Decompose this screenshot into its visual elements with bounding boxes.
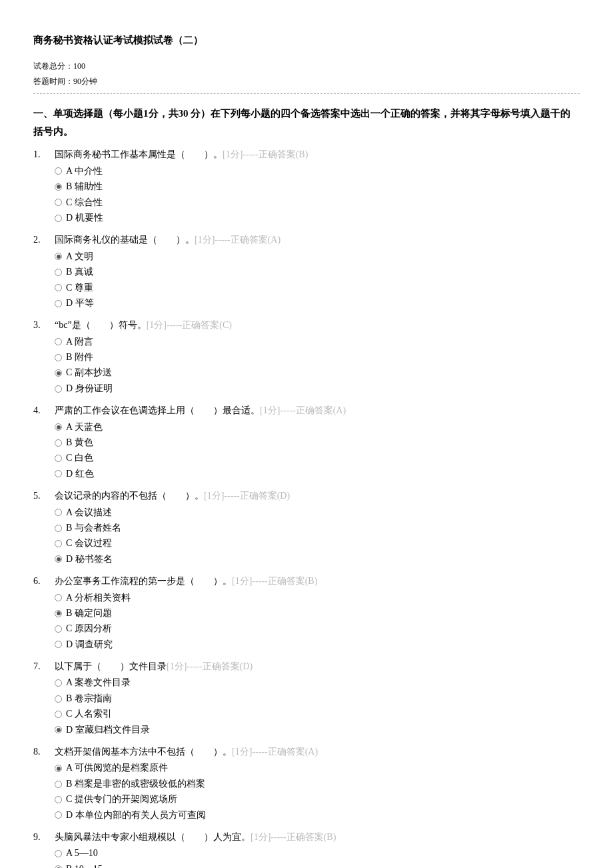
option[interactable]: C 尊重 — [55, 281, 580, 295]
question-stem: 严肃的工作会议在色调选择上用（ ）最合适。[1分]-----正确答案(A) — [55, 403, 580, 418]
option-label: D 平等 — [66, 296, 94, 311]
question-body: 国际商务礼仪的基础是（ ）。[1分]-----正确答案(A)A 文明B 真诚C … — [55, 233, 580, 311]
radio-icon[interactable] — [55, 199, 62, 206]
radio-icon[interactable] — [55, 625, 62, 633]
radio-icon[interactable] — [55, 726, 62, 733]
option[interactable]: C 综合性 — [55, 195, 580, 210]
question: 4.严肃的工作会议在色调选择上用（ ）最合适。[1分]-----正确答案(A)A… — [33, 403, 580, 482]
question-number: 9. — [33, 830, 55, 868]
option-label: B 辅助性 — [66, 179, 103, 194]
radio-icon[interactable] — [55, 781, 62, 788]
option[interactable]: A 5—10 — [55, 846, 580, 861]
radio-icon[interactable] — [55, 183, 62, 191]
radio-icon[interactable] — [55, 525, 62, 532]
radio-icon[interactable] — [55, 711, 62, 718]
radio-icon[interactable] — [55, 455, 62, 462]
option-label: B 与会者姓名 — [66, 521, 121, 535]
option-label: B 确定问题 — [66, 606, 112, 621]
radio-icon[interactable] — [55, 695, 62, 703]
radio-icon[interactable] — [55, 765, 62, 772]
radio-icon[interactable] — [55, 284, 62, 291]
option-label: A 文明 — [66, 249, 93, 264]
option[interactable]: C 白色 — [55, 451, 580, 465]
option-label: C 会议过程 — [66, 536, 112, 551]
option[interactable]: B 与会者姓名 — [55, 521, 580, 535]
radio-icon[interactable] — [55, 253, 62, 260]
radio-icon[interactable] — [55, 509, 62, 516]
question-body: 办公室事务工作流程的第一步是（ ）。[1分]-----正确答案(B)A 分析相关… — [55, 574, 580, 653]
option[interactable]: C 提供专门的开架阅览场所 — [55, 792, 580, 807]
question-body: 以下属于（ ）文件目录[1分]-----正确答案(D)A 案卷文件目录B 卷宗指… — [55, 659, 580, 738]
radio-icon[interactable] — [55, 811, 62, 819]
radio-icon[interactable] — [55, 796, 62, 803]
question-body: 严肃的工作会议在色调选择上用（ ）最合适。[1分]-----正确答案(A)A 天… — [55, 403, 580, 482]
radio-icon[interactable] — [55, 540, 62, 547]
radio-icon[interactable] — [55, 300, 62, 307]
option-label: A 5—10 — [66, 846, 98, 861]
radio-icon[interactable] — [55, 167, 62, 175]
question-stem-text: 头脑风暴法中专家小组规模以（ ）人为宜。 — [55, 832, 251, 842]
option-label: B 真诚 — [66, 265, 93, 279]
option[interactable]: B 确定问题 — [55, 606, 580, 621]
radio-icon[interactable] — [55, 555, 62, 563]
option-label: D 秘书签名 — [66, 552, 113, 567]
radio-icon[interactable] — [55, 439, 62, 447]
option[interactable]: A 天蓝色 — [55, 420, 580, 435]
option[interactable]: D 机要性 — [55, 211, 580, 225]
question-meta: [1分]-----正确答案(A) — [195, 235, 281, 245]
option[interactable]: B 附件 — [55, 350, 580, 365]
option[interactable]: A 案卷文件目录 — [55, 675, 580, 690]
option[interactable]: A 可供阅览的是档案原件 — [55, 761, 580, 775]
option[interactable]: A 附言 — [55, 335, 580, 349]
question-number: 1. — [33, 147, 55, 226]
option[interactable]: C 副本抄送 — [55, 365, 580, 380]
question-stem-text: 文档开架借阅基本方法中不包括（ ）。 — [55, 747, 232, 757]
option-label: A 附言 — [66, 335, 93, 349]
question-number: 3. — [33, 318, 55, 397]
radio-icon[interactable] — [55, 423, 62, 431]
option[interactable]: D 红色 — [55, 467, 580, 481]
option[interactable]: A 会议描述 — [55, 505, 580, 520]
question-meta: [1分]-----正确答案(D) — [167, 661, 253, 671]
question-number: 7. — [33, 659, 55, 738]
option[interactable]: D 本单位内部的有关人员方可查阅 — [55, 808, 580, 823]
option[interactable]: C 人名索引 — [55, 707, 580, 721]
option[interactable]: B 真诚 — [55, 265, 580, 279]
option[interactable]: A 分析相关资料 — [55, 591, 580, 605]
radio-icon[interactable] — [55, 865, 62, 868]
radio-icon[interactable] — [55, 470, 62, 477]
option[interactable]: D 平等 — [55, 296, 580, 311]
option[interactable]: C 会议过程 — [55, 536, 580, 551]
option-label: D 身份证明 — [66, 381, 113, 396]
option[interactable]: D 室藏归档文件目录 — [55, 723, 580, 737]
radio-icon[interactable] — [55, 369, 62, 377]
question-meta: [1分]-----正确答案(A) — [260, 405, 346, 415]
question-meta: [1分]-----正确答案(D) — [204, 491, 290, 501]
option[interactable]: B 卷宗指南 — [55, 691, 580, 706]
radio-icon[interactable] — [55, 354, 62, 361]
option[interactable]: D 调查研究 — [55, 637, 580, 652]
option[interactable]: B 档案是非密的或密级较低的档案 — [55, 777, 580, 791]
radio-icon[interactable] — [55, 641, 62, 648]
option[interactable]: C 原因分析 — [55, 621, 580, 636]
radio-icon[interactable] — [55, 385, 62, 393]
option[interactable]: D 身份证明 — [55, 381, 580, 396]
questions-container: 1.国际商务秘书工作基本属性是（ ）。[1分]-----正确答案(B)A 中介性… — [33, 147, 580, 868]
option[interactable]: B 辅助性 — [55, 179, 580, 194]
option-label: D 红色 — [66, 467, 94, 481]
option[interactable]: D 秘书签名 — [55, 552, 580, 567]
option[interactable]: B 10—15 — [55, 862, 580, 868]
question-body: 文档开架借阅基本方法中不包括（ ）。[1分]-----正确答案(A)A 可供阅览… — [55, 745, 580, 823]
radio-icon[interactable] — [55, 215, 62, 222]
radio-icon[interactable] — [55, 594, 62, 601]
radio-icon[interactable] — [55, 338, 62, 345]
option-label: A 分析相关资料 — [66, 591, 131, 605]
option[interactable]: A 文明 — [55, 249, 580, 264]
radio-icon[interactable] — [55, 269, 62, 276]
section-header: 一、单项选择题（每小题1分，共30 分）在下列每小题的四个备选答案中选出一个正确… — [33, 105, 580, 141]
option[interactable]: B 黄色 — [55, 435, 580, 450]
radio-icon[interactable] — [55, 679, 62, 687]
radio-icon[interactable] — [55, 850, 62, 857]
radio-icon[interactable] — [55, 610, 62, 617]
option[interactable]: A 中介性 — [55, 164, 580, 179]
